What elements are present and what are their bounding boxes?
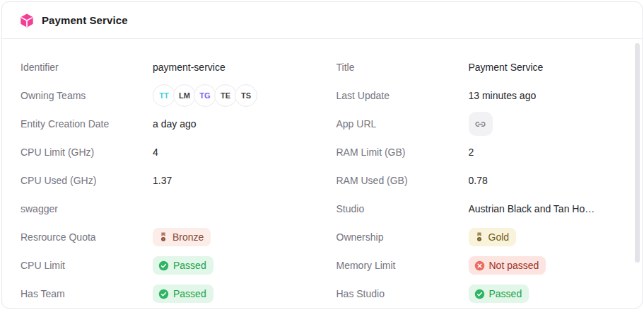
field-label: CPU Limit (GHz) [21, 147, 153, 158]
avatar[interactable]: LM [173, 84, 196, 107]
field-row: swagger [21, 195, 322, 223]
field-row: RAM Limit (GB)2 [336, 138, 624, 166]
app-url-link-button[interactable] [469, 112, 493, 136]
field-label: Memory Limit [336, 260, 469, 271]
cube-icon [19, 13, 35, 28]
field-value: Payment Service [469, 62, 544, 73]
medal-icon [158, 232, 168, 243]
avatar[interactable]: TT [153, 84, 175, 107]
medal-icon [474, 232, 484, 243]
badge-label: Gold [488, 231, 510, 243]
field-label: Resrource Quota [21, 231, 153, 243]
status-badge: Bronze [153, 228, 211, 246]
status-badge: Passed [469, 285, 529, 303]
details-column-left: Identifierpayment-serviceOwning TeamsTTL… [21, 53, 322, 308]
field-label: Ownership [336, 231, 469, 243]
details-column-right: TitlePayment ServiceLast Update13 minute… [322, 53, 624, 308]
field-label: CPU Used (GHz) [21, 175, 153, 186]
field-label: Owning Teams [21, 90, 153, 101]
field-label: Studio [336, 203, 469, 214]
field-row: OwnershipGold [336, 223, 624, 251]
payment-service-card: Payment Service Identifierpayment-servic… [1, 1, 643, 309]
check-circle-icon [158, 260, 169, 271]
field-label: Identifier [21, 62, 153, 73]
field-value: 4 [153, 147, 158, 158]
field-row: Entity Creation Datea day ago [21, 110, 322, 138]
field-label: swagger [21, 203, 153, 214]
status-badge: Passed [153, 256, 213, 275]
field-value: 0.78 [469, 175, 488, 186]
field-row: RAM Used (GB)0.78 [336, 166, 624, 195]
avatar[interactable]: TG [194, 84, 216, 107]
field-row: Identifierpayment-service [21, 53, 322, 81]
field-label: Has Team [21, 288, 153, 299]
link-icon [474, 118, 486, 130]
field-row: CPU Limit (GHz)4 [21, 138, 322, 166]
field-row: Memory LimitNot passed [336, 251, 624, 280]
check-circle-icon [158, 289, 169, 299]
badge-label: Passed [173, 260, 206, 271]
scrollbar-thumb[interactable] [635, 43, 640, 263]
badge-label: Passed [173, 288, 206, 299]
x-circle-icon [474, 260, 485, 271]
field-label: Title [336, 62, 469, 73]
card-header: Payment Service [2, 2, 642, 39]
field-label: Last Update [336, 90, 469, 101]
field-value: 1.37 [153, 175, 172, 186]
page-title: Payment Service [42, 14, 128, 26]
details-grid: Identifierpayment-serviceOwning TeamsTTL… [2, 39, 642, 308]
field-value: 13 minutes ago [469, 90, 537, 101]
field-row: Has TeamPassed [21, 280, 322, 308]
field-value: a day ago [153, 118, 197, 130]
field-label: Has Studio [336, 288, 469, 299]
field-row: StudioAustrian Black and Tan Ho… [336, 195, 624, 223]
field-row: Resrource QuotaBronze [21, 223, 322, 251]
field-row: Owning TeamsTTLMTGTETS [21, 81, 322, 110]
field-row: TitlePayment Service [336, 53, 624, 81]
field-row: Has StudioPassed [336, 280, 624, 308]
field-row: CPU Used (GHz)1.37 [21, 166, 322, 195]
status-badge: Not passed [469, 256, 546, 275]
badge-label: Bronze [172, 231, 204, 243]
field-value: 2 [469, 147, 474, 158]
avatar[interactable]: TS [235, 84, 257, 107]
field-value: Austrian Black and Tan Ho… [469, 203, 595, 214]
field-row: App URL [336, 110, 624, 138]
check-circle-icon [474, 289, 485, 299]
field-row: Last Update13 minutes ago [336, 81, 624, 110]
field-label: App URL [336, 118, 469, 130]
avatar[interactable]: TE [214, 84, 237, 107]
field-label: RAM Used (GB) [336, 175, 469, 186]
status-badge: Passed [153, 285, 213, 303]
badge-label: Not passed [489, 260, 539, 271]
owning-teams-avatar-group: TTLMTGTETS [153, 84, 257, 107]
field-value: payment-service [153, 62, 226, 73]
field-label: Entity Creation Date [21, 118, 153, 130]
field-label: CPU Limit [21, 260, 153, 271]
field-row: CPU LimitPassed [21, 251, 322, 280]
status-badge: Gold [469, 228, 517, 246]
badge-label: Passed [489, 288, 522, 299]
field-label: RAM Limit (GB) [336, 147, 469, 158]
